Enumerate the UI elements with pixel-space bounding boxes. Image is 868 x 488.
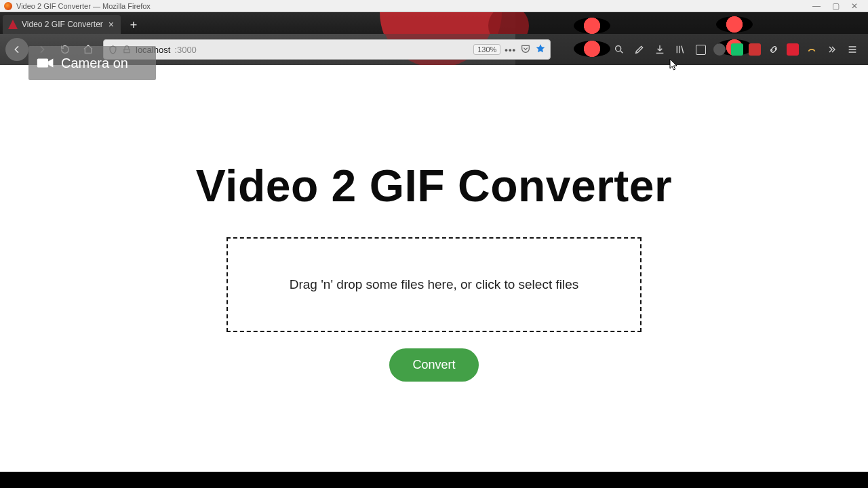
dropzone-text: Drag 'n' drop some files here, or click … — [290, 277, 578, 292]
url-port: :3000 — [174, 45, 197, 55]
hamburger-icon — [847, 44, 858, 55]
pocket-button[interactable] — [520, 43, 531, 56]
os-titlebar: Video 2 GIF Converter — Mozilla Firefox … — [0, 0, 868, 12]
extension-link-icon[interactable] — [766, 42, 781, 57]
window-close-button[interactable]: ✕ — [845, 1, 864, 11]
page-actions-button[interactable]: ••• — [505, 45, 516, 55]
toolbar-extensions — [612, 42, 863, 57]
library-button[interactable] — [673, 42, 688, 57]
window-title: Video 2 GIF Converter — Mozilla Firefox — [16, 2, 151, 10]
extension-avatar-icon[interactable] — [713, 43, 726, 56]
tab-favicon-icon — [8, 20, 18, 29]
downloads-icon — [654, 44, 665, 55]
camera-status-overlay: Camera on — [28, 46, 156, 80]
extension-arc-icon[interactable] — [804, 42, 819, 57]
library-icon — [675, 44, 686, 55]
zoom-indicator[interactable]: 130% — [473, 44, 500, 55]
page-title: Video 2 GIF Converter — [196, 160, 672, 211]
edit-ext-icon[interactable] — [632, 42, 647, 57]
back-icon — [12, 44, 22, 55]
window-maximize-button[interactable]: ▢ — [826, 1, 845, 11]
app-menu-button[interactable] — [845, 42, 860, 57]
new-tab-button[interactable]: + — [125, 16, 142, 34]
page-viewport: Video 2 GIF Converter Drag 'n' drop some… — [0, 65, 868, 472]
file-dropzone[interactable]: Drag 'n' drop some files here, or click … — [226, 237, 642, 332]
firefox-logo-icon — [4, 2, 12, 10]
page-content: Video 2 GIF Converter Drag 'n' drop some… — [0, 65, 868, 382]
tab-strip: Video 2 GIF Converter × + — [0, 12, 868, 34]
star-icon — [535, 43, 546, 54]
svg-rect-1 — [37, 59, 48, 68]
tab-close-button[interactable]: × — [107, 20, 115, 29]
address-bar[interactable]: localhost:3000 130% ••• — [103, 39, 551, 60]
overflow-chevrons-icon — [827, 44, 837, 55]
extension-red2-icon[interactable] — [787, 43, 799, 56]
search-ext-icon[interactable] — [612, 42, 627, 57]
extension-green-icon[interactable] — [731, 43, 743, 56]
camera-icon — [37, 56, 54, 70]
extension-red1-icon[interactable] — [749, 43, 761, 56]
tab-title: Video 2 GIF Converter — [22, 20, 103, 29]
sidebar-icon — [696, 45, 706, 55]
camera-status-label: Camera on — [61, 56, 128, 71]
pocket-icon — [520, 43, 531, 54]
toolbar-overflow-button[interactable] — [825, 42, 840, 57]
browser-tab[interactable]: Video 2 GIF Converter × — [3, 15, 121, 34]
convert-button[interactable]: Convert — [389, 348, 478, 382]
bookmark-button[interactable] — [535, 43, 546, 56]
back-button[interactable] — [5, 38, 28, 61]
svg-point-0 — [616, 46, 621, 52]
downloads-button[interactable] — [652, 42, 667, 57]
letterbox-bottom — [0, 472, 868, 488]
window-minimize-button[interactable]: — — [807, 1, 826, 11]
sidebar-button[interactable] — [693, 42, 708, 57]
